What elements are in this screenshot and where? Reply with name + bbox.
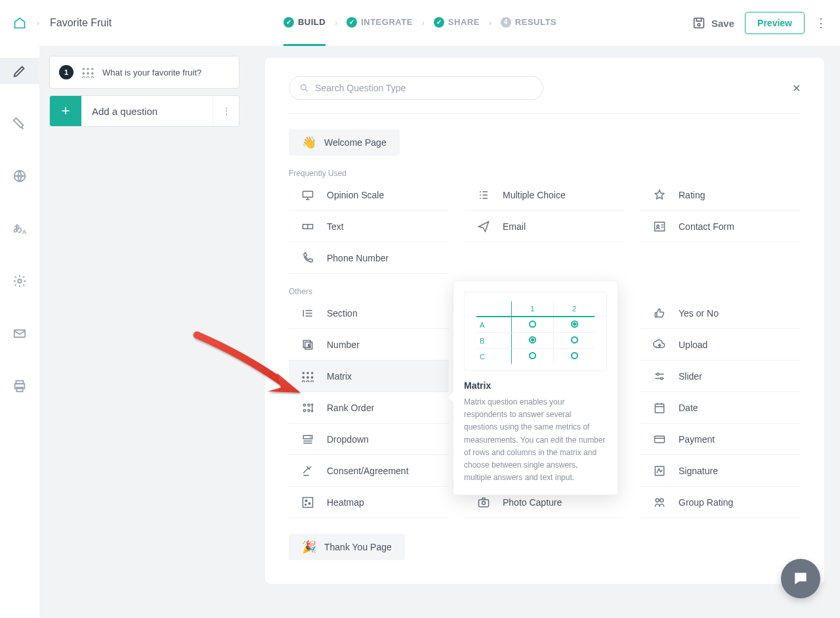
more-menu-icon[interactable]: ⋮ bbox=[815, 16, 827, 30]
rail-print-icon[interactable] bbox=[0, 373, 39, 399]
welcome-label: Welcome Page bbox=[324, 137, 387, 148]
type-label: Photo Capture bbox=[503, 497, 562, 508]
svg-rect-40 bbox=[655, 404, 663, 412]
question-card[interactable]: 1 What is your favorite fruit? bbox=[49, 56, 240, 89]
type-consent[interactable]: Consent/Agreement bbox=[289, 455, 449, 487]
svg-point-8 bbox=[83, 68, 85, 70]
svg-rect-48 bbox=[479, 499, 489, 506]
svg-point-29 bbox=[306, 376, 309, 378]
tab-results[interactable]: 4 RESULTS bbox=[501, 0, 556, 46]
home-icon[interactable] bbox=[13, 16, 26, 30]
save-button[interactable]: Save bbox=[692, 16, 734, 30]
add-question-more-icon[interactable]: ⋮ bbox=[213, 96, 239, 126]
calendar-icon bbox=[652, 401, 667, 414]
chevron-right-icon: › bbox=[37, 18, 39, 28]
rail-paint-icon[interactable] bbox=[0, 110, 39, 137]
rank-icon bbox=[301, 401, 315, 414]
type-label: Number bbox=[327, 340, 360, 350]
close-icon[interactable]: ✕ bbox=[792, 82, 801, 95]
tooltip-description: Matrix question enables your respondents… bbox=[464, 396, 607, 484]
save-icon bbox=[692, 16, 706, 30]
gavel-icon bbox=[301, 464, 315, 477]
type-signature[interactable]: Signature bbox=[640, 455, 801, 487]
matrix-icon bbox=[301, 370, 315, 382]
svg-point-16 bbox=[91, 77, 94, 79]
tab-build[interactable]: ✓ BUILD bbox=[284, 0, 326, 46]
svg-rect-42 bbox=[655, 436, 665, 443]
type-label: Rank Order bbox=[327, 403, 374, 413]
type-payment[interactable]: Payment bbox=[640, 424, 801, 455]
step-number: 4 bbox=[501, 17, 511, 28]
type-label: Matrix bbox=[327, 371, 352, 382]
type-email[interactable]: Email bbox=[465, 211, 625, 242]
type-dropdown[interactable]: Dropdown bbox=[289, 424, 449, 455]
type-opinion-scale[interactable]: Opinion Scale bbox=[289, 179, 449, 211]
type-rating[interactable]: Rating bbox=[640, 179, 801, 211]
tab-integrate[interactable]: ✓ INTEGRATE bbox=[346, 0, 413, 46]
group-icon bbox=[652, 496, 667, 509]
type-matrix[interactable]: Matrix bbox=[289, 361, 449, 392]
type-label: Dropdown bbox=[327, 434, 369, 445]
check-icon: ✓ bbox=[346, 17, 357, 28]
type-phone-number[interactable]: Phone Number bbox=[289, 242, 449, 274]
svg-point-46 bbox=[308, 502, 310, 504]
send-icon bbox=[476, 220, 491, 233]
rail-settings-icon[interactable] bbox=[0, 268, 39, 294]
svg-point-28 bbox=[303, 376, 305, 378]
type-date[interactable]: Date bbox=[640, 392, 801, 424]
type-label: Heatmap bbox=[327, 497, 364, 508]
tab-label: INTEGRATE bbox=[361, 17, 413, 27]
type-upload[interactable]: Upload bbox=[640, 329, 801, 361]
type-label: Text bbox=[327, 221, 344, 232]
search-question-type[interactable] bbox=[289, 76, 543, 100]
svg-point-13 bbox=[91, 72, 94, 75]
add-question-button[interactable]: + bbox=[50, 96, 81, 126]
svg-point-14 bbox=[83, 77, 85, 79]
check-icon: ✓ bbox=[284, 17, 294, 28]
type-label: Rating bbox=[679, 190, 705, 200]
svg-point-49 bbox=[482, 501, 486, 504]
survey-title[interactable]: Favorite Fruit bbox=[50, 17, 112, 29]
side-icon-rail: あA bbox=[0, 46, 39, 618]
type-group-rating[interactable]: Group Rating bbox=[640, 487, 801, 518]
party-icon: 🎉 bbox=[302, 540, 316, 554]
thank-you-page-item[interactable]: 🎉 Thank You Page bbox=[289, 534, 405, 560]
type-contact-form[interactable]: Contact Form bbox=[640, 211, 801, 242]
type-slider[interactable]: Slider bbox=[640, 361, 801, 392]
svg-point-36 bbox=[303, 404, 305, 406]
svg-point-50 bbox=[656, 498, 659, 502]
type-text[interactable]: Text bbox=[289, 211, 449, 242]
type-label: Consent/Agreement bbox=[327, 466, 409, 476]
type-label: Phone Number bbox=[327, 253, 388, 263]
type-rank-order[interactable]: Rank Order bbox=[289, 392, 449, 424]
rail-language-icon[interactable]: あA bbox=[0, 215, 39, 242]
list-icon bbox=[301, 307, 315, 320]
question-number: 1 bbox=[59, 65, 74, 79]
card-icon bbox=[652, 433, 667, 446]
svg-rect-44 bbox=[303, 497, 313, 507]
svg-point-51 bbox=[660, 498, 663, 502]
type-heatmap[interactable]: Heatmap bbox=[289, 487, 449, 518]
tab-share[interactable]: ✓ SHARE bbox=[434, 0, 480, 46]
chat-bubble-button[interactable] bbox=[781, 559, 820, 598]
type-number[interactable]: 1Number bbox=[289, 329, 449, 361]
welcome-page-item[interactable]: 👋 Welcome Page bbox=[289, 129, 400, 156]
heatmap-icon bbox=[301, 496, 315, 509]
type-multiple-choice[interactable]: Multiple Choice bbox=[465, 179, 625, 211]
svg-point-9 bbox=[87, 68, 89, 70]
add-question-label[interactable]: Add a question bbox=[81, 96, 213, 126]
cloud-upload-icon bbox=[652, 338, 667, 351]
chevron-right-icon: › bbox=[422, 18, 425, 28]
rail-design-icon[interactable] bbox=[0, 58, 39, 84]
rail-globe-icon[interactable] bbox=[0, 163, 39, 189]
type-section[interactable]: Section bbox=[289, 298, 449, 329]
star-icon bbox=[652, 188, 667, 202]
signature-icon bbox=[652, 464, 667, 477]
type-label: Signature bbox=[679, 466, 718, 476]
question-text: What is your favorite fruit? bbox=[102, 68, 201, 77]
search-input[interactable] bbox=[315, 83, 532, 93]
type-yes-or-no[interactable]: Yes or No bbox=[640, 298, 801, 329]
rail-mail-icon[interactable] bbox=[0, 320, 39, 347]
type-label: Upload bbox=[679, 340, 707, 350]
preview-button[interactable]: Preview bbox=[745, 12, 805, 34]
